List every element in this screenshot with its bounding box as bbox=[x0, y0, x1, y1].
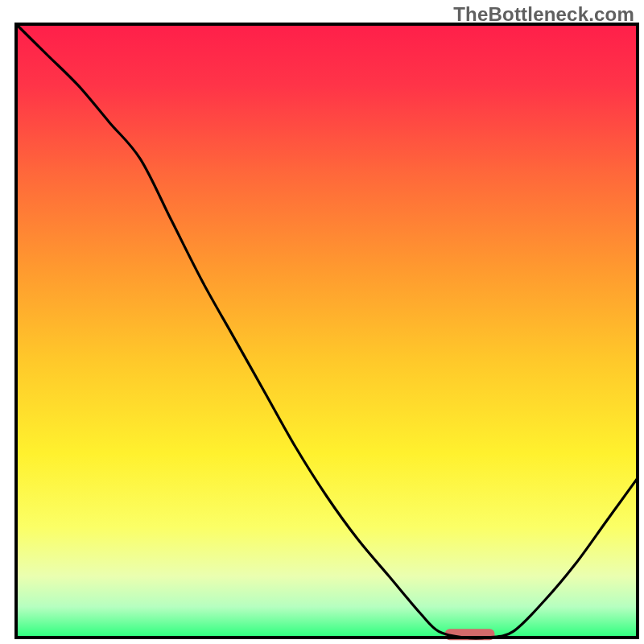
chart-background bbox=[16, 24, 638, 638]
watermark-text: TheBottleneck.com bbox=[453, 3, 634, 26]
bottleneck-chart bbox=[0, 0, 644, 644]
chart-stage: TheBottleneck.com bbox=[0, 0, 644, 644]
